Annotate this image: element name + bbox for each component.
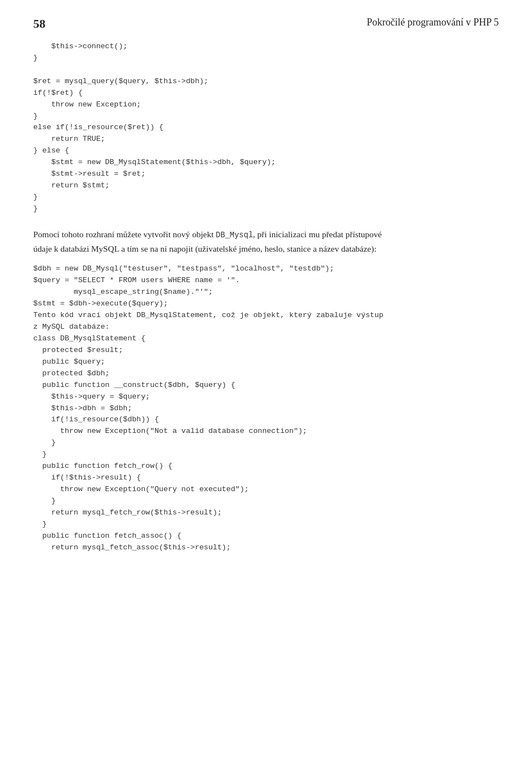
page-number: 58 xyxy=(33,17,45,31)
inline-code-db-mysql: DB_Mysql xyxy=(216,231,253,239)
page: 58 Pokročilé programování v PHP 5 $this-… xyxy=(0,0,532,765)
book-title: Pokročilé programování v PHP 5 xyxy=(367,17,499,28)
code-block-top: $this->connect(); } $ret = mysql_query($… xyxy=(33,41,499,215)
code-block-middle: $dbh = new DB_Mysql("testuser", "testpas… xyxy=(33,263,499,553)
prose-paragraph-1: Pomocí tohoto rozhraní můžete vytvořit n… xyxy=(33,227,499,256)
page-header: 58 Pokročilé programování v PHP 5 xyxy=(33,17,499,31)
